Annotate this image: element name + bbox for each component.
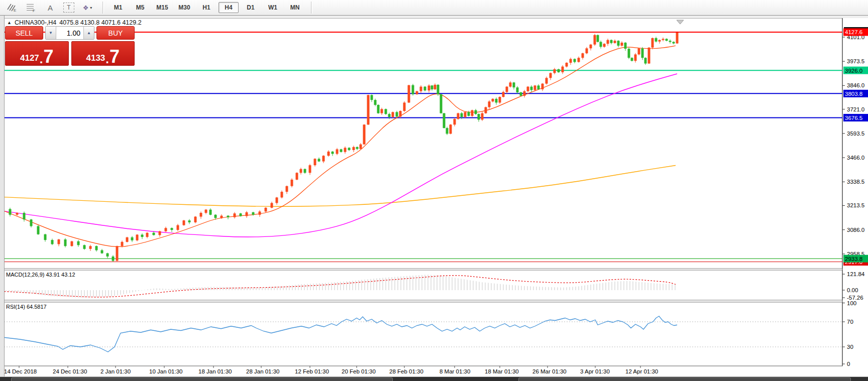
one-click-trade-panel: SELL ▼ 1.00 ▲ BUY 4127 . 7 4133 . 7 bbox=[5, 26, 135, 66]
collapse-panel-icon[interactable]: ▲ bbox=[7, 20, 12, 25]
candle bbox=[296, 173, 298, 180]
candle bbox=[336, 149, 339, 154]
price-badge-label: 4127.6 bbox=[845, 29, 862, 35]
price-tick-label: 3086.0 bbox=[847, 227, 864, 233]
bottom-tab-segment[interactable] bbox=[11, 377, 393, 381]
timeframe-button-h1[interactable]: H1 bbox=[196, 2, 216, 13]
candle bbox=[221, 216, 223, 218]
sell-price-box[interactable]: 4127 . 7 bbox=[5, 41, 69, 66]
candle bbox=[388, 114, 391, 117]
candle bbox=[89, 246, 92, 249]
candle bbox=[367, 95, 370, 124]
candle bbox=[523, 91, 526, 96]
price-badge-label: 3803.8 bbox=[845, 91, 862, 97]
ask-integer: 4133 bbox=[86, 54, 105, 62]
timeframe-button-h4[interactable]: H4 bbox=[219, 2, 239, 13]
volume-increase-button[interactable]: ▲ bbox=[83, 27, 94, 39]
candle bbox=[101, 250, 103, 253]
candle bbox=[234, 213, 236, 217]
candle bbox=[464, 112, 467, 117]
timeframe-button-m1[interactable]: M1 bbox=[108, 2, 128, 13]
volume-decrease-button[interactable]: ▼ bbox=[46, 27, 56, 39]
candle bbox=[309, 165, 311, 173]
timeframe-button-m5[interactable]: M5 bbox=[130, 2, 150, 13]
candle bbox=[276, 197, 278, 203]
candle bbox=[64, 239, 67, 246]
timeframe-button-m15[interactable]: M15 bbox=[152, 2, 172, 13]
timeframe-button-m30[interactable]: M30 bbox=[174, 2, 194, 13]
candle bbox=[9, 209, 12, 214]
candle bbox=[356, 147, 359, 149]
candle bbox=[121, 242, 124, 246]
candle bbox=[655, 38, 658, 42]
candle bbox=[385, 109, 387, 114]
buy-button[interactable]: BUY bbox=[96, 26, 135, 40]
candle bbox=[499, 97, 501, 102]
candle bbox=[332, 152, 334, 154]
candle bbox=[434, 85, 437, 89]
candle bbox=[300, 169, 302, 173]
candle bbox=[159, 231, 161, 235]
candle bbox=[136, 234, 139, 240]
candle bbox=[638, 48, 640, 54]
time-tick-label: 2 Jan 01:30 bbox=[100, 368, 131, 374]
candle bbox=[513, 82, 515, 87]
candle bbox=[428, 85, 430, 90]
grid-icon[interactable]: F bbox=[25, 2, 37, 13]
toolbar-icon-group: E F A T ❖ ▾ bbox=[0, 2, 99, 13]
candle bbox=[131, 237, 134, 240]
candle bbox=[617, 41, 620, 46]
candle bbox=[621, 43, 623, 46]
candle bbox=[578, 58, 580, 62]
candle bbox=[281, 192, 283, 197]
candle bbox=[628, 49, 630, 58]
candle bbox=[95, 246, 98, 250]
timeframe-button-d1[interactable]: D1 bbox=[241, 2, 261, 13]
sell-button[interactable]: SELL bbox=[5, 26, 43, 40]
candle bbox=[554, 69, 556, 73]
timeframe-button-mn[interactable]: MN bbox=[285, 2, 305, 13]
time-tick-label: 3 Apr 01:30 bbox=[580, 368, 610, 374]
buy-price-box[interactable]: 4133 . 7 bbox=[71, 41, 135, 66]
candle bbox=[485, 107, 487, 113]
candle bbox=[116, 246, 119, 261]
chevron-down-icon[interactable]: ▾ bbox=[90, 6, 92, 10]
candle bbox=[443, 113, 446, 128]
candle bbox=[488, 101, 491, 107]
candle bbox=[177, 225, 179, 230]
candle bbox=[454, 119, 456, 124]
candle bbox=[652, 38, 654, 48]
candle bbox=[194, 217, 197, 222]
price-tick-label: 3846.0 bbox=[847, 82, 864, 88]
candle bbox=[371, 95, 373, 100]
text-box-icon[interactable]: T bbox=[63, 3, 74, 13]
rsi-pane[interactable] bbox=[4, 302, 842, 366]
candle bbox=[146, 233, 149, 237]
objects-icon[interactable]: ❖ ▾ bbox=[81, 2, 93, 13]
candle bbox=[574, 59, 576, 62]
volume-input[interactable]: 1.00 bbox=[56, 27, 83, 39]
svg-text:F: F bbox=[33, 9, 35, 13]
expert-advisors-icon[interactable]: E bbox=[6, 2, 18, 13]
bottom-tab-segment[interactable] bbox=[518, 377, 851, 381]
timeframe-button-w1[interactable]: W1 bbox=[263, 2, 283, 13]
candle bbox=[450, 124, 452, 134]
candle bbox=[83, 245, 86, 249]
candle bbox=[597, 35, 599, 42]
candle bbox=[165, 228, 167, 231]
time-tick-label: 8 Mar 01:30 bbox=[440, 368, 470, 374]
macd-pane[interactable] bbox=[4, 270, 842, 300]
candle bbox=[468, 112, 470, 116]
rsi-tick-label: 30 bbox=[847, 344, 853, 350]
pane-divider[interactable] bbox=[4, 269, 842, 270]
candle bbox=[318, 159, 320, 161]
time-tick-label: 26 Mar 01:30 bbox=[532, 368, 567, 374]
time-tick-label: 14 Dec 2018 bbox=[4, 368, 37, 374]
macd-label: MACD(12,26,9) 43.91 43.12 bbox=[6, 272, 75, 278]
toolbar-separator bbox=[102, 2, 104, 14]
candle bbox=[669, 41, 672, 42]
text-label-icon[interactable]: A bbox=[44, 2, 56, 13]
pane-divider[interactable] bbox=[4, 300, 842, 302]
rsi-label: RSI(14) 64.5817 bbox=[6, 304, 47, 310]
candle bbox=[377, 105, 380, 113]
